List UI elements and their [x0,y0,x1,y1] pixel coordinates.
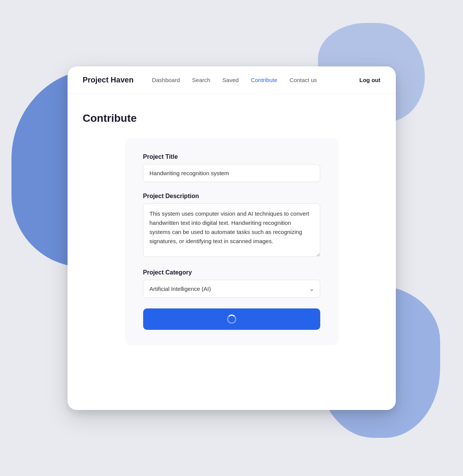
category-select-wrapper: Artificial Intelligence (AI) Machine Lea… [143,280,320,298]
main-card: Project Haven Dashboard Search Saved Con… [68,66,396,410]
project-category-label: Project Category [143,269,320,276]
category-select[interactable]: Artificial Intelligence (AI) Machine Lea… [143,280,320,298]
nav-link-contact[interactable]: Contact us [290,77,317,83]
nav-link-dashboard[interactable]: Dashboard [152,77,180,83]
nav-link-contribute[interactable]: Contribute [251,77,277,83]
project-category-group: Project Category Artificial Intelligence… [143,269,320,298]
project-description-textarea[interactable] [143,203,320,257]
page-title: Contribute [83,112,381,124]
project-description-label: Project Description [143,193,320,200]
project-description-group: Project Description [143,193,320,258]
nav-link-saved[interactable]: Saved [223,77,239,83]
project-title-input[interactable] [143,164,320,182]
loading-spinner [227,315,236,324]
submit-button[interactable] [143,308,320,330]
nav-links: Dashboard Search Saved Contribute Contac… [152,77,360,83]
project-title-label: Project Title [143,153,320,160]
form-container: Project Title Project Description Projec… [125,138,339,345]
nav-link-search[interactable]: Search [192,77,210,83]
main-content: Contribute Project Title Project Descrip… [68,94,396,363]
logout-button[interactable]: Log out [360,77,381,83]
brand-name[interactable]: Project Haven [83,76,134,84]
project-title-group: Project Title [143,153,320,182]
navbar: Project Haven Dashboard Search Saved Con… [68,66,396,94]
